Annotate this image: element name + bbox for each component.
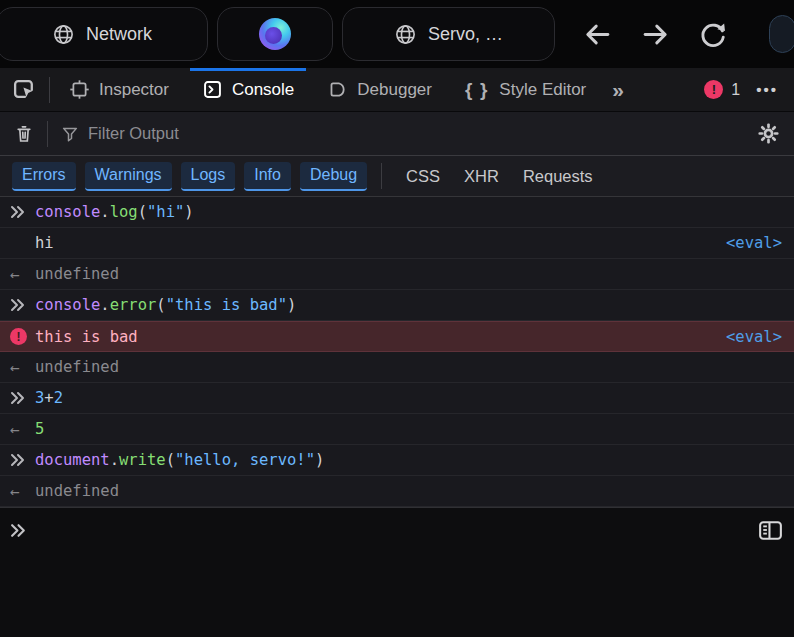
- result-arrow-icon: ←: [10, 482, 35, 501]
- more-tabs-button[interactable]: »: [612, 78, 624, 102]
- browser-tab-servo[interactable]: Servo, …: [342, 7, 555, 61]
- error-badge-icon[interactable]: !: [704, 80, 723, 99]
- tab-inspector[interactable]: Inspector: [55, 68, 183, 111]
- pick-element-icon: [12, 77, 37, 102]
- console-row-input: console.log("hi"): [0, 197, 794, 228]
- filter-category-xhr[interactable]: XHR: [464, 167, 499, 186]
- console-row-result: ←undefined: [0, 476, 794, 507]
- back-button[interactable]: [582, 19, 613, 50]
- tab-label: Console: [232, 80, 294, 100]
- browser-nav-group: [582, 15, 794, 53]
- input-chevron-icon: [10, 452, 35, 468]
- error-count[interactable]: 1: [731, 81, 740, 99]
- console-output: console.log("hi")hi<eval>←undefinedconso…: [0, 197, 794, 507]
- filter-pill-warnings[interactable]: Warnings: [85, 162, 172, 191]
- forward-button[interactable]: [640, 19, 671, 50]
- tab-style-editor[interactable]: { } Style Editor: [451, 68, 600, 111]
- forward-arrow-icon: [640, 19, 671, 50]
- console-message-text: 5: [35, 420, 44, 438]
- reload-button[interactable]: [698, 19, 728, 49]
- tab-label: Inspector: [99, 80, 169, 100]
- console-row-result: ←undefined: [0, 352, 794, 383]
- console-row-log: hi<eval>: [0, 228, 794, 259]
- console-settings-button[interactable]: [757, 122, 780, 145]
- filter-pill-debug[interactable]: Debug: [300, 162, 367, 191]
- input-chevron-icon: [10, 204, 35, 220]
- back-arrow-icon: [582, 19, 613, 50]
- filter-output-input[interactable]: Filter Output: [88, 124, 179, 143]
- filter-funnel-icon: [61, 125, 79, 143]
- log-level-filter-bar: Errors Warnings Logs Info Debug CSS XHR …: [0, 156, 794, 197]
- result-arrow-icon: ←: [10, 420, 35, 439]
- console-message-text: document.write("hello, servo!"): [35, 451, 324, 469]
- console-row-error: !this is bad<eval>: [0, 321, 794, 352]
- console-message-text: undefined: [35, 265, 119, 283]
- browser-tab-network[interactable]: Network: [0, 7, 208, 61]
- result-arrow-icon: ←: [10, 358, 35, 377]
- console-row-result: ←undefined: [0, 259, 794, 290]
- clear-console-button[interactable]: [14, 123, 34, 144]
- console-message-text: hi: [35, 234, 54, 252]
- globe-icon: [52, 23, 75, 46]
- tab-counter-pill[interactable]: [769, 15, 794, 53]
- console-message-text: console.log("hi"): [35, 203, 194, 221]
- tab-label: Debugger: [357, 80, 432, 100]
- tab-label: Style Editor: [499, 80, 586, 100]
- pick-element-button[interactable]: [0, 77, 49, 102]
- console-filter-bar: Filter Output: [0, 112, 794, 156]
- firefox-logo-icon: [259, 18, 291, 50]
- eval-source-link[interactable]: <eval>: [726, 328, 782, 346]
- split-console-button[interactable]: [756, 516, 785, 545]
- console-row-result: ←5: [0, 414, 794, 445]
- gear-icon: [757, 122, 780, 145]
- filter-category-css[interactable]: CSS: [406, 167, 440, 186]
- split-panel-icon: [756, 516, 785, 545]
- input-chevron-icon: [10, 390, 35, 406]
- devtools-menu-button[interactable]: •••: [756, 81, 778, 98]
- globe-icon: [394, 23, 417, 46]
- reload-icon: [698, 19, 728, 49]
- trash-icon: [14, 123, 34, 144]
- console-message-text: console.error("this is bad"): [35, 296, 296, 314]
- toolbar-divider: [49, 77, 50, 103]
- error-icon: !: [10, 328, 35, 345]
- filter-divider: [381, 163, 382, 189]
- toolbar-right-group: ! 1 •••: [704, 80, 794, 99]
- console-row-input: document.write("hello, servo!"): [0, 445, 794, 476]
- tab-debugger[interactable]: Debugger: [313, 68, 446, 111]
- debugger-icon: [327, 79, 348, 100]
- console-message-text: undefined: [35, 358, 119, 376]
- style-editor-icon: { }: [465, 79, 490, 101]
- filter-pill-info[interactable]: Info: [244, 162, 291, 191]
- input-chevron-icon: [10, 297, 35, 313]
- console-input-area[interactable]: [0, 507, 794, 637]
- browser-tab-firefox[interactable]: [217, 7, 333, 61]
- browser-tab-label: Servo, …: [428, 24, 503, 45]
- console-row-input: 3+2: [0, 383, 794, 414]
- inspector-icon: [69, 79, 90, 100]
- console-message-text: this is bad: [35, 328, 138, 346]
- filter-pill-logs[interactable]: Logs: [181, 162, 236, 191]
- filter-pill-errors[interactable]: Errors: [12, 162, 76, 191]
- result-arrow-icon: ←: [10, 265, 35, 284]
- tab-console[interactable]: Console: [188, 68, 308, 111]
- devtools-toolbar: Inspector Console Debugger { } Style Edi…: [0, 68, 794, 112]
- input-prompt-icon: [10, 522, 27, 539]
- console-message-text: undefined: [35, 482, 119, 500]
- toolbar-divider: [47, 121, 48, 147]
- eval-source-link[interactable]: <eval>: [726, 234, 782, 252]
- browser-toolbar: Network Servo, …: [0, 0, 794, 68]
- filter-category-requests[interactable]: Requests: [523, 167, 593, 186]
- console-icon: [202, 79, 223, 100]
- console-row-input: console.error("this is bad"): [0, 290, 794, 321]
- browser-tab-label: Network: [86, 24, 152, 45]
- console-message-text: 3+2: [35, 389, 63, 407]
